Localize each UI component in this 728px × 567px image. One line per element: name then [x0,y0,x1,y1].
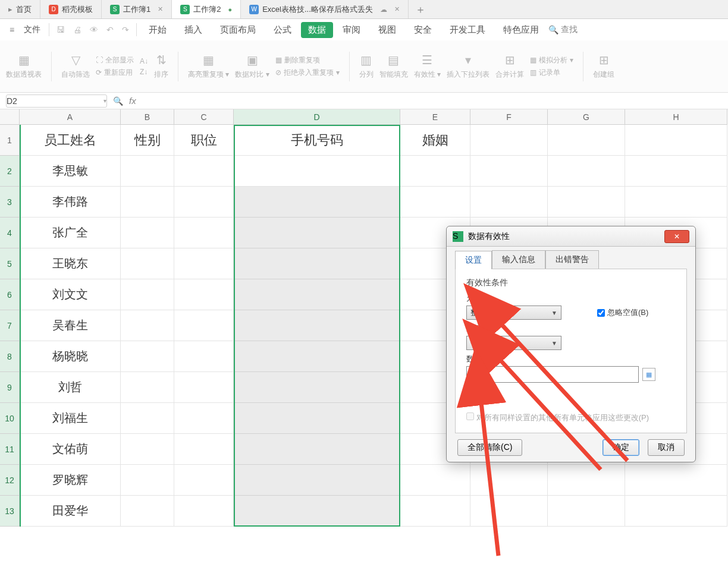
tab-home[interactable]: ▸ 首页 [0,0,40,18]
name-box[interactable]: D2▾ [6,94,107,108]
column-header-D[interactable]: D [234,109,400,125]
cell[interactable]: 刘文文 [20,279,121,310]
close-icon[interactable]: ✕ [394,5,400,13]
column-header-G[interactable]: G [548,109,625,125]
new-tab-button[interactable]: ＋ [409,0,432,18]
cell[interactable] [121,403,174,434]
tab-excel-tip[interactable]: W Excel表格技...略保存后格式丢失 ☁ ✕ [241,0,409,18]
row-header[interactable]: 7 [0,310,20,341]
ok-button[interactable]: 确定 [603,439,639,456]
cell[interactable] [470,465,548,496]
undo-icon[interactable]: ↶ [103,25,117,34]
clear-all-button[interactable]: 全部清除(C) [457,439,522,456]
select-all-corner[interactable] [0,109,20,125]
cell[interactable] [470,156,548,187]
column-header-A[interactable]: A [20,109,121,125]
row-header[interactable]: 10 [0,403,20,434]
cell[interactable] [548,496,625,527]
column-header-H[interactable]: H [625,109,727,125]
ribbon-security[interactable]: 安全 [406,22,440,38]
tab-workbook1[interactable]: S 工作簿1 ✕ [102,0,172,18]
search-button[interactable]: 🔍 查找 [548,24,578,35]
cell[interactable]: 王晓东 [20,248,121,279]
ribbon-special[interactable]: 特色应用 [495,22,547,38]
cell[interactable] [121,465,174,496]
cell[interactable] [400,465,470,496]
dialog-tab-error-alert[interactable]: 出错警告 [545,250,599,269]
sync-icon[interactable]: ☁ [380,5,387,14]
row-header[interactable]: 13 [0,496,20,527]
cell[interactable]: 杨晓晓 [20,341,121,372]
ignore-blank-checkbox[interactable]: 忽略空值(B) [597,307,648,318]
cell[interactable]: 李思敏 [20,156,121,187]
cell[interactable] [174,465,234,496]
ribbon-page-layout[interactable]: 页面布局 [212,22,264,38]
cell[interactable] [174,403,234,434]
cell[interactable]: 职位 [174,125,234,156]
ribbon-data[interactable]: 数据 [301,22,333,38]
formula-input[interactable] [142,94,722,108]
row-header[interactable]: 11 [0,434,20,465]
cell[interactable] [400,496,470,527]
tool-record[interactable]: ▥ 记录单 [530,68,573,78]
cell[interactable] [548,125,625,156]
cell[interactable] [121,248,174,279]
cell[interactable] [174,496,234,527]
fx-label[interactable]: fx [129,96,136,106]
tab-workbook2[interactable]: S 工作簿2 ● [172,0,241,18]
row-header[interactable]: 12 [0,465,20,496]
cell[interactable] [174,341,234,372]
row-header[interactable]: 3 [0,187,20,218]
cell[interactable] [174,310,234,341]
cell[interactable] [121,310,174,341]
file-menu[interactable]: 文件 [19,22,45,37]
cell[interactable] [174,434,234,465]
cell[interactable] [121,434,174,465]
tool-split[interactable]: ▥ 分列 [359,53,374,80]
row-header[interactable]: 5 [0,248,20,279]
cell[interactable] [121,279,174,310]
cell[interactable] [174,372,234,403]
ribbon-formulas[interactable]: 公式 [265,22,300,38]
cell[interactable] [174,156,234,187]
cell[interactable] [121,156,174,187]
cell[interactable] [470,125,548,156]
tool-sort-az[interactable]: A↓ [140,57,148,65]
cell[interactable] [625,496,727,527]
cell[interactable] [234,156,400,187]
cancel-button[interactable]: 取消 [648,439,685,456]
ribbon-dev-tools[interactable]: 开发工具 [441,22,494,38]
cell[interactable]: 手机号码 [234,125,400,156]
tool-consolidate[interactable]: ⊞ 合并计算 [495,53,524,80]
cell[interactable] [174,248,234,279]
cell[interactable]: 刘福生 [20,403,121,434]
cell[interactable] [121,341,174,372]
redo-icon[interactable]: ↷ [118,25,133,34]
cell[interactable] [121,372,174,403]
cell[interactable]: 婚姻 [400,125,470,156]
hamburger-icon[interactable]: ≡ [6,25,18,34]
tool-outline[interactable]: ⊞ 创建组 [593,53,614,80]
ribbon-start[interactable]: 开始 [140,22,175,38]
preview-icon[interactable]: 👁 [86,25,102,34]
cell[interactable] [400,187,470,218]
cell[interactable]: 张广全 [20,218,121,248]
cell[interactable]: 田爱华 [20,496,121,527]
cell[interactable]: 文佑萌 [20,434,121,465]
tool-show-all[interactable]: ⛶ 全部显示 [96,55,134,65]
tab-templates[interactable]: D 稻壳模板 [40,0,102,18]
tool-highlight-dup[interactable]: ▦ 高亮重复项 ▾ [188,53,229,80]
cell[interactable]: 性别 [121,125,174,156]
cell[interactable] [548,465,625,496]
cell[interactable] [470,496,548,527]
cell[interactable]: 罗晓辉 [20,465,121,496]
cell[interactable] [625,125,727,156]
range-picker-icon[interactable]: ▦ [642,368,655,381]
row-header[interactable]: 9 [0,372,20,403]
cell[interactable] [174,279,234,310]
dialog-titlebar[interactable]: S 数据有效性 ✕ [447,226,695,247]
row-header[interactable]: 1 [0,125,20,156]
print-icon[interactable]: 🖨 [70,25,85,34]
column-header-B[interactable]: B [121,109,174,125]
close-icon[interactable]: ✕ [158,5,163,13]
